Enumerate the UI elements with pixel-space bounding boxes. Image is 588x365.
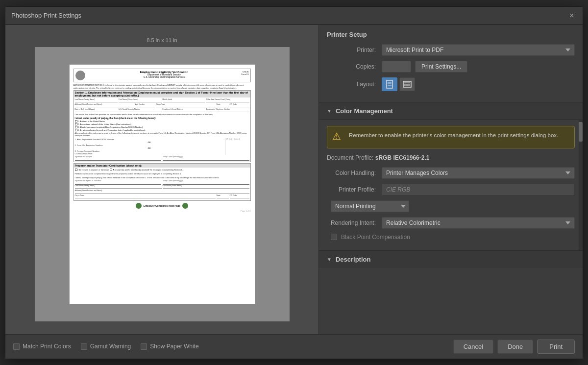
layout-buttons xyxy=(382,77,575,91)
form-subtitle-agency: U.S. Citizenship and Immigration Service… xyxy=(87,76,242,78)
preparer-name-row: Last Name (Family Name) First Name (Give… xyxy=(75,185,249,189)
desc-collapse-arrow-icon: ▼ xyxy=(327,257,332,262)
doc-profile-label: Document Profile: xyxy=(327,154,373,161)
form-footer: Employer Completes Next Page xyxy=(74,203,251,209)
scroll-track[interactable] xyxy=(579,120,583,250)
black-point-label: Black Point Compensation xyxy=(341,234,410,241)
layout-control xyxy=(382,77,575,91)
form-id: Form I-9 xyxy=(241,73,248,75)
print-settings-button[interactable]: Print Settings... xyxy=(415,61,467,73)
bottom-buttons: Cancel Done Print xyxy=(453,340,575,354)
lawful-resident-label: 3. A lawful permanent resident (Alien Re… xyxy=(78,126,144,128)
form-logo-icon xyxy=(75,71,85,80)
copies-input[interactable]: 1 xyxy=(382,61,411,73)
description-header[interactable]: ▼ Description xyxy=(319,250,583,268)
gamut-warning-label: Gamut Warning xyxy=(90,343,131,350)
qr-placeholder: QR Code - Section 1 xyxy=(225,138,249,155)
noncitizen-national-row: 2. A noncitizen national of the United S… xyxy=(75,123,249,125)
last-name-field: Last Name (Family Name) xyxy=(75,98,118,102)
preparer-used-label: A preparer(s) and/or translator(s) assis… xyxy=(113,169,183,171)
section-1: Section 1. Employee Information and Atte… xyxy=(74,90,251,162)
section-1-header: Section 1. Employee Information and Atte… xyxy=(74,91,250,97)
show-paper-white-checkbox[interactable] xyxy=(141,343,147,350)
phone-field: Employee's Telephone Number xyxy=(206,108,249,112)
printer-profile-label: Printer Profile: xyxy=(327,186,376,193)
done-button[interactable]: Done xyxy=(497,340,533,354)
attestation-text: I am aware that federal law provides for… xyxy=(75,113,249,116)
settings-panel: Printer Setup Printer: Microsoft Print t… xyxy=(319,25,583,334)
aliens-note: Aliens authorized to work must provide o… xyxy=(75,132,249,137)
gamut-warning-checkbox[interactable] xyxy=(81,343,87,350)
footer-icon-right xyxy=(182,203,188,209)
svg-rect-0 xyxy=(387,80,392,88)
black-point-checkbox[interactable] xyxy=(331,234,337,240)
photoshop-print-settings-dialog: Photoshop Print Settings × 8.5 in x 11 i… xyxy=(5,6,583,359)
preparer-last-name: Last Name (Family Name) xyxy=(75,185,162,189)
printer-control: Microsoft Print to PDF xyxy=(382,44,575,56)
today-date-field: Today's Date (mm/dd/yyyy) xyxy=(163,156,249,161)
address-field: Address (Street Number and Name) xyxy=(75,103,135,107)
landscape-icon xyxy=(403,81,412,88)
preparer-zip: ZIP Code xyxy=(230,195,249,198)
alien-auth-checkbox xyxy=(75,129,77,131)
color-handling-select[interactable]: Printer Manages Colors Photoshop Manages… xyxy=(382,167,575,179)
printer-row: Printer: Microsoft Print to PDF xyxy=(327,44,575,56)
preparer-sig-row: Signature of Preparer or Translator Toda… xyxy=(75,180,249,185)
color-handling-row: Color Handling: Printer Manages Colors P… xyxy=(327,167,575,179)
preparer-text: Fields below must be completed and signe… xyxy=(75,172,249,175)
preparer-city: City or Town xyxy=(75,195,216,198)
preparer-used-row: A preparer(s) and/or translator(s) assis… xyxy=(110,169,183,171)
preparer-date-field: Today's Date (mm/dd/yyyy) xyxy=(163,180,249,185)
color-management-content: ⚠ Remember to enable the printer's color… xyxy=(319,120,583,250)
printer-label: Printer: xyxy=(327,47,376,53)
printer-profile-control: CIE RGB xyxy=(382,184,575,195)
copies-row: Copies: 1 Print Settings... xyxy=(327,61,575,73)
alien-auth-label: 4. An alien authorized to work until (ex… xyxy=(78,129,146,131)
lawful-resident-checkbox xyxy=(75,126,77,128)
close-button[interactable]: × xyxy=(567,11,577,21)
printer-select[interactable]: Microsoft Print to PDF xyxy=(382,44,575,56)
layout-portrait-button[interactable] xyxy=(382,77,397,91)
alien-auth-row: 4. An alien authorized to work until (ex… xyxy=(75,129,249,131)
other-names-field: Other Last Names Used (if any) xyxy=(206,98,249,102)
form-title-block: Employment Eligibility Verification Depa… xyxy=(87,71,242,78)
alien-docs-row: 1. Alien Registration Number/USCIS Numbe… xyxy=(75,138,249,155)
lawful-resident-row: 3. A lawful permanent resident (Alien Re… xyxy=(75,126,249,128)
email-field: Employee's E-mail Address xyxy=(163,108,206,112)
color-handling-control: Printer Manages Colors Photoshop Manages… xyxy=(382,167,575,179)
preparer-state: State xyxy=(217,195,229,198)
no-preparer-checkbox xyxy=(75,169,77,171)
citizen-checkbox xyxy=(75,120,77,122)
layout-row: Layout: xyxy=(327,77,575,91)
preparer-section: Preparer and/or Translator Certification… xyxy=(74,163,251,201)
footer-icon-left xyxy=(136,203,142,209)
normal-printing-row: Normal Printing Hard Proofing Soft Proof… xyxy=(327,200,575,212)
name-row: Last Name (Family Name) First Name (Give… xyxy=(75,98,249,102)
bottom-bar: Match Print Colors Gamut Warning Show Pa… xyxy=(5,334,583,359)
dialog-body: 8.5 in x 11 in Employment Eligibility Ve… xyxy=(5,25,583,334)
cancel-button[interactable]: Cancel xyxy=(453,340,493,354)
paper-size-label: 8.5 in x 11 in xyxy=(147,37,177,43)
show-paper-white-item: Show Paper White xyxy=(141,343,198,350)
apt-field: Apt. Number xyxy=(135,103,155,107)
warning-box: ⚠ Remember to enable the printer's color… xyxy=(327,126,575,148)
preparer-city-row: City or Town State ZIP Code xyxy=(75,195,249,198)
dialog-title: Photoshop Print Settings xyxy=(11,12,81,19)
color-management-header[interactable]: ▼ Color Management xyxy=(319,102,583,120)
title-bar: Photoshop Print Settings × xyxy=(5,7,583,25)
normal-printing-select[interactable]: Normal Printing Hard Proofing Soft Proof… xyxy=(331,200,409,212)
match-print-colors-checkbox[interactable] xyxy=(13,343,20,350)
preview-area: Employment Eligibility Verification Depa… xyxy=(35,47,290,321)
middle-initial-field: Middle Initial xyxy=(163,98,206,102)
copies-control: 1 Print Settings... xyxy=(382,61,575,73)
black-point-row: Black Point Compensation xyxy=(327,234,575,241)
rendering-intent-select[interactable]: Relative Colorimetric Perceptual Saturat… xyxy=(382,217,575,229)
rendering-intent-control: Relative Colorimetric Perceptual Saturat… xyxy=(382,217,575,229)
preparer-used-checkbox xyxy=(110,169,112,171)
print-button[interactable]: Print xyxy=(537,340,575,354)
layout-landscape-button[interactable] xyxy=(399,77,415,91)
dob-field: Date of Birth (mm/dd/yyyy) xyxy=(75,108,118,112)
color-handling-label: Color Handling: xyxy=(327,170,376,176)
state-field: State xyxy=(217,103,229,107)
gamut-warning-item: Gamut Warning xyxy=(81,343,131,350)
